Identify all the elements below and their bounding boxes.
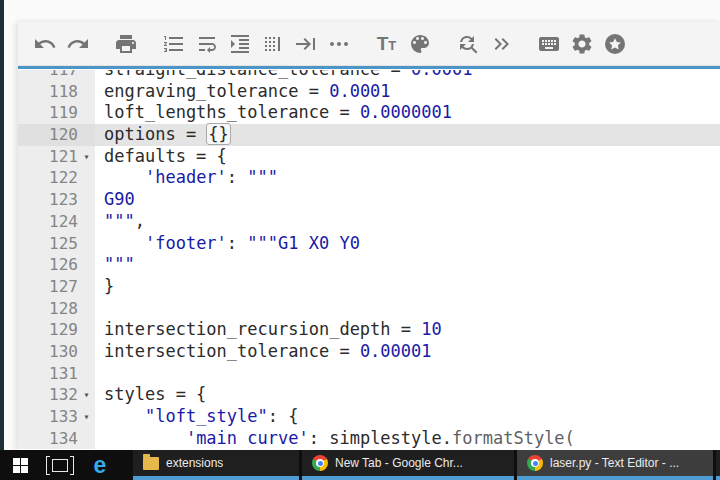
taskbar-app-inkscape[interactable]: Laser py location [716,450,720,480]
task-view-button[interactable] [40,450,80,480]
taskbar-app-chrome[interactable]: laser.py - Text Editor - ... [517,450,713,480]
code-token: "loft_style" [145,406,268,426]
code-line[interactable]: 129intersection_recursion_depth = 10 [18,319,720,341]
code-text [95,363,104,385]
fold-spacer [78,102,95,124]
line-number-gutter: 120 [18,124,95,146]
code-token: G90 [104,189,135,209]
indent-increase-button[interactable] [223,26,256,62]
code-token: 0.00001 [360,341,432,361]
line-number-gutter: 125 [18,233,95,255]
code-line[interactable]: 132▾styles = { [18,384,720,406]
editor-accent-line [18,66,720,69]
code-line[interactable]: 134 'main curve': simplestyle.formatStyl… [18,428,720,450]
code-token: """G1 X0 Y0 [247,233,360,253]
code-token: formatStyle( [452,428,575,448]
block-select-button[interactable] [256,26,289,62]
line-number-gutter: 134 [18,428,95,450]
block-select-icon [261,32,285,56]
line-number-gutter: 133▾ [18,406,95,428]
line-number-gutter: 132▾ [18,384,95,406]
fold-arrow-icon[interactable]: ▾ [78,406,95,428]
line-number-gutter: 131 [18,363,95,385]
code-line[interactable]: 127} [18,276,720,298]
keyboard-button[interactable] [532,26,565,62]
code-text: 'footer': """G1 X0 Y0 [95,233,360,255]
more-options-button[interactable] [322,26,355,62]
code-token: 0.0001 [411,70,472,79]
fold-spacer [78,167,95,189]
find-replace-button[interactable] [451,26,484,62]
code-line[interactable]: 128 [18,298,720,320]
tab-to-end-button[interactable] [289,26,322,62]
line-number: 123 [18,189,78,211]
text-editor-window: TT 117straight_distance_tolerance = 0.00… [18,22,720,450]
code-token: straight_distance_tolerance = [104,70,411,79]
line-number: 131 [18,363,78,385]
fold-spacer [78,211,95,233]
line-number-gutter: 129 [18,319,95,341]
gear-icon [570,32,594,56]
print-button[interactable] [109,26,142,62]
fold-spacer [78,124,95,146]
code-token: } [104,276,114,296]
code-line[interactable]: 117straight_distance_tolerance = 0.0001 [18,70,720,81]
code-line[interactable]: 126""" [18,254,720,276]
edge-button[interactable]: e [80,450,120,480]
fold-arrow-icon[interactable]: ▾ [78,384,95,406]
code-token: 10 [421,319,441,339]
code-token [104,167,145,187]
ellipsis-icon [327,32,351,56]
line-number: 133 [18,406,78,428]
favorites-button[interactable] [598,26,631,62]
code-token: intersection_tolerance = [104,341,360,361]
line-number: 117 [18,70,78,81]
start-button[interactable] [0,450,40,480]
undo-icon [33,32,57,56]
taskbar-app-label: extensions [166,456,223,470]
code-token: 'header' [145,167,227,187]
code-text: intersection_tolerance = 0.00001 [95,341,432,363]
windows-logo-icon [13,458,28,473]
taskbar-app-folder[interactable]: extensions [133,450,299,480]
code-line[interactable]: 124""", [18,211,720,233]
code-text: engraving_tolerance = 0.0001 [95,81,391,103]
theme-palette-button[interactable] [403,26,436,62]
folder-icon [143,457,159,470]
code-line[interactable]: 133▾ "loft_style": { [18,406,720,428]
line-number: 118 [18,81,78,103]
fold-arrow-icon[interactable]: ▾ [78,146,95,168]
code-token: : [227,233,247,253]
code-token [104,233,145,253]
redo-button[interactable] [61,26,94,62]
code-line[interactable]: 120options = {} [18,124,720,146]
line-number: 124 [18,211,78,233]
code-editor[interactable]: 117straight_distance_tolerance = 0.00011… [18,70,720,450]
more-tools-button[interactable] [484,26,517,62]
word-wrap-icon [195,32,219,56]
code-line[interactable]: 119loft_lengths_tolerance = 0.0000001 [18,102,720,124]
settings-button[interactable] [565,26,598,62]
line-number: 128 [18,298,78,320]
code-line[interactable]: 130intersection_tolerance = 0.00001 [18,341,720,363]
taskbar-app-chrome[interactable]: New Tab - Google Chr... [302,450,514,480]
undo-button[interactable] [28,26,61,62]
text-size-button[interactable]: TT [370,26,403,62]
line-number-gutter: 123 [18,189,95,211]
code-line[interactable]: 118engraving_tolerance = 0.0001 [18,81,720,103]
word-wrap-button[interactable] [190,26,223,62]
line-number: 134 [18,428,78,450]
code-line[interactable]: 123G90 [18,189,720,211]
code-text: G90 [95,189,135,211]
code-line[interactable]: 131 [18,363,720,385]
redo-icon [66,32,90,56]
code-line[interactable]: 121▾defaults = { [18,146,720,168]
find-replace-icon [456,32,480,56]
code-token: : simplestyle. [309,428,452,448]
background-window-edge [0,0,4,450]
code-line[interactable]: 122 'header': """ [18,167,720,189]
fold-spacer [78,363,95,385]
numbered-list-button[interactable] [157,26,190,62]
code-line[interactable]: 125 'footer': """G1 X0 Y0 [18,233,720,255]
chrome-icon [312,455,328,471]
